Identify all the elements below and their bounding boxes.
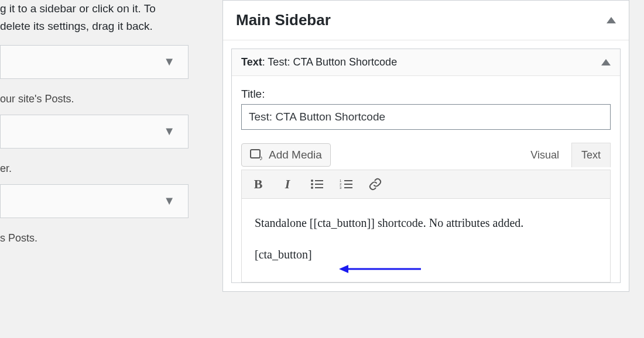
available-widget-3[interactable]: ▼ — [0, 184, 189, 218]
svg-rect-7 — [344, 180, 352, 181]
collapse-icon — [601, 59, 611, 65]
editor-content[interactable]: Standalone [[cta_button]] shortcode. No … — [241, 199, 611, 282]
link-button[interactable] — [367, 176, 383, 192]
link-icon — [368, 177, 382, 191]
svg-point-0 — [311, 180, 313, 182]
chevron-down-icon: ▼ — [163, 125, 175, 138]
svg-rect-5 — [315, 187, 323, 188]
svg-rect-1 — [315, 180, 323, 181]
widget-desc-1: our site's Posts. — [0, 85, 189, 115]
italic-button[interactable]: I — [279, 176, 296, 192]
chevron-down-icon: ▼ — [163, 194, 175, 208]
text-widget: Text: Test: CTA Button Shortcode Title: … — [231, 49, 621, 283]
sidebar-area-header[interactable]: Main Sidebar — [223, 1, 629, 40]
svg-point-4 — [311, 187, 313, 189]
available-widget-1[interactable]: ▼ — [0, 45, 189, 79]
svg-marker-13 — [339, 265, 348, 273]
bullet-list-button[interactable] — [309, 176, 325, 192]
widget-desc-2: er. — [0, 154, 189, 184]
widgets-instructions: g it to a sidebar or click on it. To del… — [0, 0, 189, 45]
sidebar-area-title: Main Sidebar — [236, 11, 331, 29]
content-paragraph-2: [cta_button] — [255, 244, 597, 264]
camera-media-icon — [250, 149, 263, 161]
svg-rect-9 — [344, 184, 352, 185]
tab-text[interactable]: Text — [571, 143, 611, 167]
collapse-icon — [607, 17, 616, 23]
sidebar-area-panel: Main Sidebar Text: Test: CTA Button Shor… — [222, 0, 629, 292]
numbered-list-icon: 1 2 3 — [340, 179, 352, 189]
svg-rect-11 — [344, 187, 352, 188]
svg-rect-3 — [315, 184, 323, 185]
add-media-label: Add Media — [269, 149, 322, 161]
svg-point-2 — [311, 183, 313, 185]
available-widget-2[interactable]: ▼ — [0, 115, 189, 149]
bold-button[interactable]: B — [250, 176, 266, 192]
available-widgets-panel: g it to a sidebar or click on it. To del… — [0, 0, 199, 338]
title-input[interactable] — [241, 104, 611, 130]
text-widget-header[interactable]: Text: Test: CTA Button Shortcode — [232, 49, 620, 76]
bullet-list-icon — [310, 179, 323, 189]
chevron-down-icon: ▼ — [163, 55, 175, 68]
text-widget-title: Text: Test: CTA Button Shortcode — [241, 56, 397, 68]
arrow-annotation — [339, 263, 421, 275]
tab-visual[interactable]: Visual — [520, 143, 569, 167]
add-media-button[interactable]: Add Media — [241, 143, 331, 167]
numbered-list-button[interactable]: 1 2 3 — [338, 176, 354, 192]
widget-desc-3: s Posts. — [0, 224, 189, 254]
content-paragraph-1: Standalone [[cta_button]] shortcode. No … — [255, 213, 597, 233]
svg-text:3: 3 — [340, 186, 342, 189]
editor-toolbar: B I — [241, 170, 611, 199]
title-label: Title: — [241, 88, 611, 101]
editor-tabs: Visual Text — [520, 143, 611, 167]
